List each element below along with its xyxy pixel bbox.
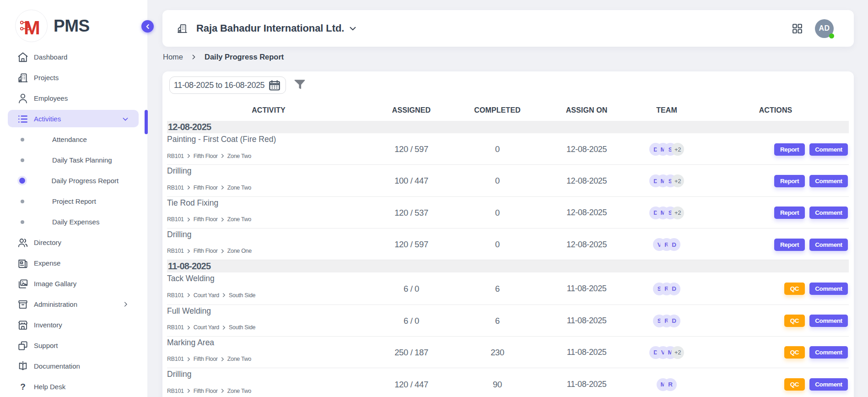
svg-text:M: M [24, 17, 40, 35]
